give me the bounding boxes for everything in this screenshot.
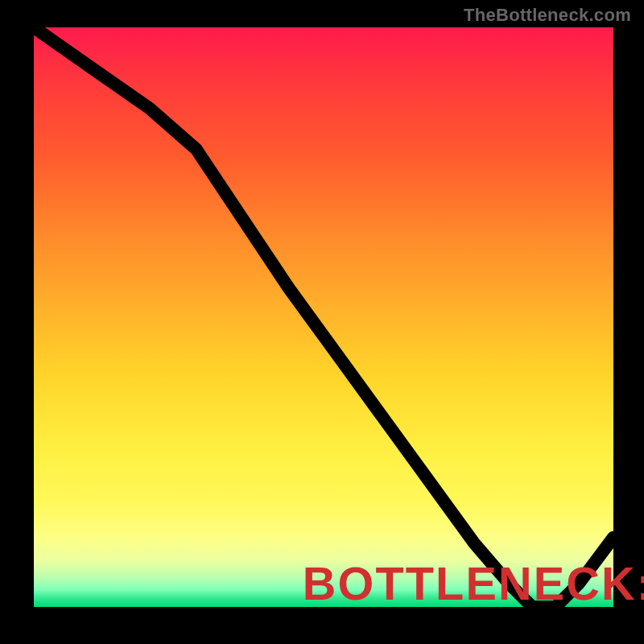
chart-svg [34,27,613,607]
bottleneck-curve [34,27,613,607]
watermark-text: TheBottleneck.com [464,5,631,26]
chart-frame: TheBottleneck.com BOTTLENECK: 0% [0,0,644,644]
plot-area: BOTTLENECK: 0% [34,27,613,607]
